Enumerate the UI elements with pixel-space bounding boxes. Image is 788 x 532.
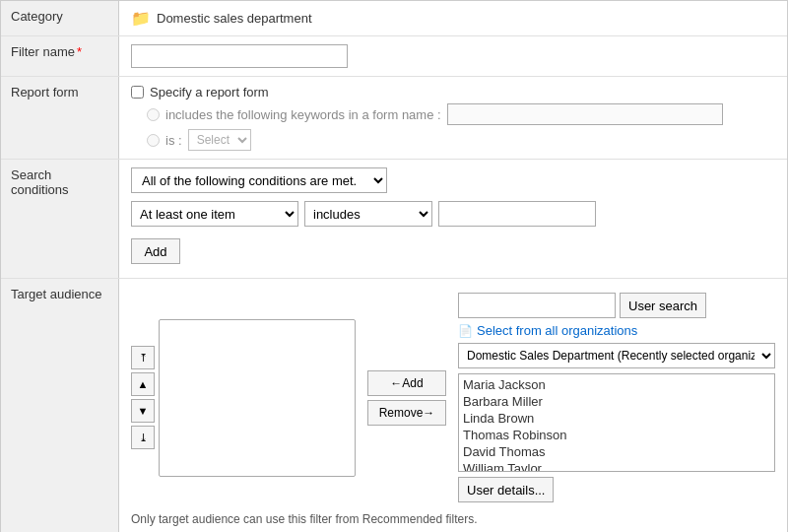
report-is-label: is : (165, 133, 182, 148)
category-value: Domestic sales department (157, 11, 312, 26)
user-list-box[interactable]: Maria JacksonBarbara MillerLinda BrownTh… (458, 373, 775, 472)
condition-operator-select[interactable]: includes does not include equals is empt… (304, 201, 432, 227)
user-search-button[interactable]: User search (620, 293, 706, 318)
user-search-input[interactable] (458, 293, 616, 318)
filter-name-row: Filter name* (1, 36, 787, 77)
list-item[interactable]: Thomas Robinson (463, 427, 770, 443)
specify-report-form-label: Specify a report form (150, 85, 269, 100)
report-form-select[interactable]: Select (188, 129, 251, 151)
add-user-button[interactable]: ←Add (367, 370, 446, 396)
move-up-button[interactable]: ▲ (131, 372, 155, 396)
category-row: Category 📁 Domestic sales department (1, 1, 787, 36)
select-org-link[interactable]: 📄 Select from all organizations (458, 323, 775, 338)
main-condition-select[interactable]: All of the following conditions are met.… (131, 167, 387, 193)
filter-name-input[interactable] (131, 44, 348, 68)
remove-user-button[interactable]: Remove→ (367, 400, 446, 426)
category-label: Category (1, 1, 119, 35)
report-keywords-input[interactable] (447, 103, 723, 125)
selected-users-list[interactable] (159, 319, 356, 477)
report-form-label: Report form (1, 77, 119, 159)
move-bottom-button[interactable]: ⤓ (131, 426, 155, 449)
folder-icon: 📁 (131, 9, 151, 28)
list-item[interactable]: William Taylor (463, 460, 770, 472)
list-item[interactable]: Barbara Miller (463, 393, 770, 410)
list-item[interactable]: Linda Brown (463, 410, 770, 427)
copy-icon: 📄 (458, 324, 473, 338)
footer-note: Only target audience can use this filter… (131, 508, 775, 526)
move-top-button[interactable]: ⤒ (131, 346, 155, 369)
report-includes-radio[interactable] (147, 108, 160, 121)
list-item[interactable]: Maria Jackson (463, 376, 770, 393)
user-details-button[interactable]: User details... (458, 477, 554, 502)
report-includes-label: includes the following keywords in a for… (165, 107, 441, 122)
search-conditions-row: Search conditions All of the following c… (1, 160, 787, 279)
report-form-row: Report form Specify a report form includ… (1, 77, 787, 160)
specify-report-form-checkbox[interactable] (131, 86, 144, 99)
target-audience-row: Target audience ⤒ ▲ ▼ ⤓ (1, 279, 787, 532)
list-item[interactable]: David Thomas (463, 443, 770, 460)
move-down-button[interactable]: ▼ (131, 399, 155, 423)
add-condition-button[interactable]: Add (131, 238, 180, 264)
condition-item-select[interactable]: At least one item All items No items (131, 201, 298, 227)
report-is-radio[interactable] (147, 134, 160, 147)
condition-value-input[interactable] (438, 201, 596, 227)
org-select[interactable]: Domestic Sales Department (Recently sele… (458, 343, 775, 368)
target-audience-label: Target audience (1, 279, 119, 532)
filter-name-label: Filter name* (1, 36, 119, 76)
search-conditions-label: Search conditions (1, 160, 119, 278)
